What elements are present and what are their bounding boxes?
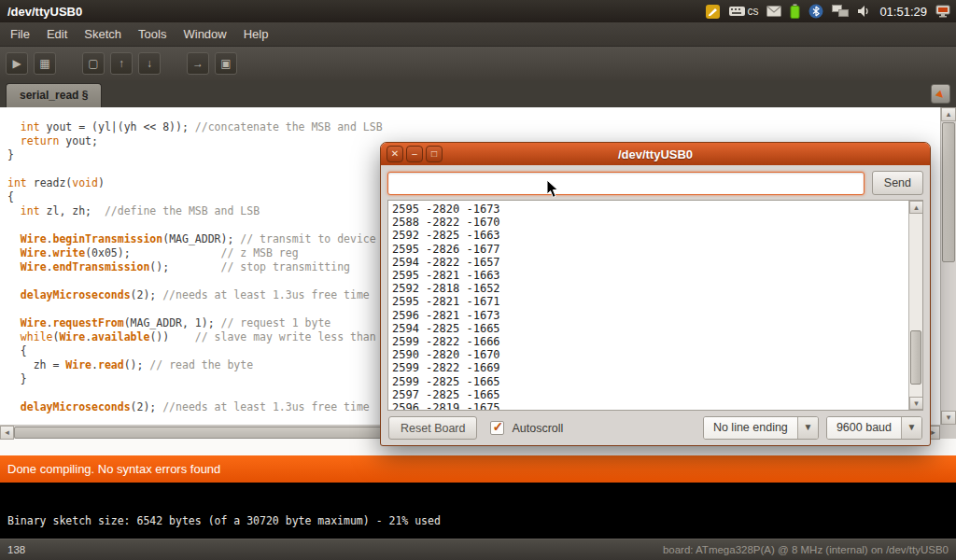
- menu-bar: FileEditSketchToolsWindowHelp: [0, 22, 956, 47]
- scroll-down-icon[interactable]: ▾: [941, 411, 956, 425]
- minimize-icon[interactable]: –: [406, 146, 423, 162]
- menu-item-edit[interactable]: Edit: [38, 23, 76, 45]
- tab-menu-arrow-icon: ▶: [932, 86, 949, 104]
- serial-line: 2595 -2821 -1663: [392, 269, 908, 282]
- serial-line: 2599 -2825 -1665: [392, 375, 908, 388]
- scroll-up-icon[interactable]: ▴: [941, 107, 956, 121]
- toolbar: ▶▦▢↑↓→▣: [0, 47, 956, 80]
- serial-scroll-down-icon[interactable]: ▾: [909, 397, 923, 410]
- send-button[interactable]: Send: [872, 171, 923, 195]
- serial-monitor-window: ✕ – □ /dev/ttyUSB0 Send 2595 -2820 -1673…: [380, 142, 931, 446]
- keyboard-layout-label: cs: [747, 5, 758, 18]
- chevron-down-icon[interactable]: ▼: [797, 417, 818, 439]
- serial-output-wrap: 2595 -2820 -16732588 -2822 -16702592 -28…: [387, 200, 923, 411]
- window-title: /dev/ttyUSB0: [0, 5, 705, 19]
- keyboard-layout-indicator[interactable]: cs: [729, 3, 758, 20]
- baud-rate-select[interactable]: 9600 baud ▼: [826, 416, 922, 440]
- serial-line: 2588 -2822 -1670: [392, 216, 908, 229]
- tab-bar: serial_read § ▶: [0, 80, 956, 107]
- menu-item-sketch[interactable]: Sketch: [76, 23, 130, 45]
- scroll-left-icon[interactable]: ◂: [0, 426, 14, 440]
- mail-indicator-icon[interactable]: [766, 3, 781, 20]
- editor-vertical-scrollbar[interactable]: ▴ ▾: [940, 107, 956, 425]
- autoscroll-checkbox[interactable]: [490, 421, 504, 435]
- serial-line: 2592 -2825 -1663: [392, 229, 908, 242]
- code-line: int yout = (yl|(yh << 8)); //concatenate…: [7, 120, 940, 134]
- chevron-down-icon[interactable]: ▼: [901, 417, 921, 439]
- serial-output[interactable]: 2595 -2820 -16732588 -2822 -16702592 -28…: [388, 201, 908, 410]
- serial-line: 2594 -2825 -1665: [392, 322, 908, 335]
- menu-item-window[interactable]: Window: [175, 23, 234, 45]
- menu-item-help[interactable]: Help: [235, 23, 277, 45]
- tab-serial-read[interactable]: serial_read §: [6, 83, 102, 107]
- session-indicator-icon[interactable]: [935, 3, 950, 20]
- serial-line: 2596 -2819 -1675: [392, 401, 908, 410]
- system-panel: /dev/ttyUSB0 cs 01:5: [0, 0, 956, 22]
- serial-monitor-controls: Reset Board Autoscroll No line ending ▼ …: [381, 411, 930, 445]
- maximize-icon[interactable]: □: [426, 146, 443, 162]
- vscroll-thumb[interactable]: [942, 122, 955, 262]
- serial-line: 2599 -2822 -1666: [392, 335, 908, 348]
- tab-menu-button[interactable]: ▶: [931, 84, 950, 104]
- serial-line: 2595 -2826 -1677: [392, 243, 908, 256]
- menu-item-tools[interactable]: Tools: [130, 23, 175, 45]
- line-ending-value: No line ending: [704, 417, 797, 439]
- serial-line: 2599 -2822 -1669: [392, 361, 908, 374]
- baud-rate-value: 9600 baud: [827, 417, 901, 439]
- verify-button[interactable]: ▶: [6, 52, 28, 75]
- serial-line: 2597 -2825 -1665: [392, 388, 908, 401]
- serial-line: 2595 -2821 -1671: [392, 295, 908, 308]
- autoscroll-label: Autoscroll: [512, 422, 563, 435]
- serial-monitor-titlebar[interactable]: ✕ – □ /dev/ttyUSB0: [381, 143, 930, 165]
- serial-line: 2592 -2818 -1652: [392, 282, 908, 295]
- serial-line: 2596 -2821 -1673: [392, 309, 908, 322]
- serial-monitor-title: /dev/ttyUSB0: [618, 147, 693, 161]
- pencil-indicator-icon[interactable]: [705, 3, 721, 20]
- close-icon[interactable]: ✕: [387, 146, 403, 162]
- battery-indicator-icon[interactable]: [790, 3, 800, 20]
- upload-button[interactable]: →: [187, 52, 209, 75]
- save-sketch-button[interactable]: ↓: [138, 52, 161, 75]
- stop-button[interactable]: ▦: [34, 52, 56, 75]
- menu-item-file[interactable]: File: [2, 23, 38, 45]
- reset-board-button[interactable]: Reset Board: [388, 416, 477, 440]
- serial-line: 2594 -2822 -1657: [392, 256, 908, 269]
- serial-input-row: Send: [381, 165, 930, 200]
- new-sketch-button[interactable]: ▢: [82, 52, 105, 75]
- serial-scrollbar[interactable]: ▴ ▾: [908, 201, 922, 410]
- board-info-label: board: ATmega328P(A) @ 8 MHz (internal) …: [663, 544, 956, 555]
- footer-status-bar: 138 board: ATmega328P(A) @ 8 MHz (intern…: [0, 539, 956, 560]
- clock-label[interactable]: 01:51:29: [879, 5, 927, 19]
- volume-indicator-icon[interactable]: [857, 3, 871, 20]
- serial-monitor-button[interactable]: ▣: [215, 52, 237, 75]
- status-bar: Done compiling. No syntax errors found: [0, 455, 956, 483]
- network-indicator-icon[interactable]: [832, 3, 849, 20]
- serial-scroll-thumb[interactable]: [910, 330, 921, 385]
- system-tray: cs 01:51:29: [705, 3, 956, 20]
- scroll-corner: [940, 425, 956, 439]
- serial-line: 2595 -2820 -1673: [392, 203, 908, 216]
- bluetooth-indicator-icon[interactable]: [808, 3, 823, 20]
- serial-scroll-up-icon[interactable]: ▴: [909, 201, 923, 214]
- serial-input[interactable]: [387, 172, 865, 195]
- open-sketch-button[interactable]: ↑: [110, 52, 133, 75]
- console-text: Binary sketch size: 6542 bytes (of a 307…: [7, 514, 441, 527]
- line-number-indicator: 138: [0, 544, 663, 555]
- line-ending-select[interactable]: No line ending ▼: [703, 416, 819, 440]
- console-output: Binary sketch size: 6542 bytes (of a 307…: [0, 483, 956, 539]
- window-controls: ✕ – □: [387, 146, 443, 162]
- serial-line: 2590 -2820 -1670: [392, 348, 908, 361]
